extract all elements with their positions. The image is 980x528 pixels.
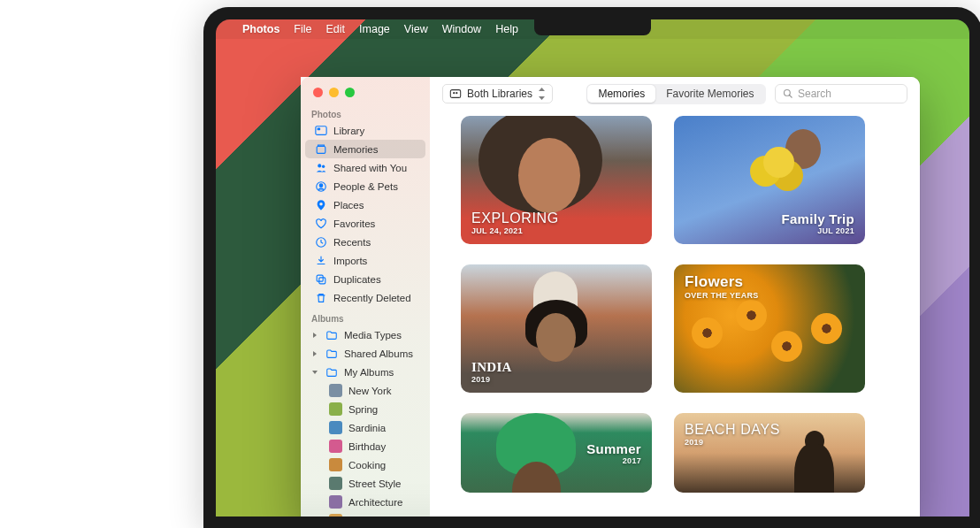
memory-card-family-trip[interactable]: Family Trip JUL 2021 bbox=[674, 116, 865, 244]
svg-rect-10 bbox=[450, 90, 460, 98]
album-thumbnail bbox=[329, 384, 342, 397]
memory-card-beach-days[interactable]: BEACH DAYS 2019 bbox=[674, 413, 865, 493]
chevron-right-icon bbox=[311, 332, 318, 339]
sidebar-item-duplicates[interactable]: Duplicates bbox=[305, 270, 425, 288]
album-thumbnail bbox=[329, 402, 342, 416]
sidebar-item-recents[interactable]: Recents bbox=[305, 233, 425, 251]
photo-element bbox=[771, 331, 802, 362]
memory-card-flowers[interactable]: Flowers OVER THE YEARS bbox=[674, 264, 865, 393]
sidebar-item-places[interactable]: Places bbox=[305, 195, 425, 214]
duplicates-icon bbox=[314, 272, 327, 286]
sidebar-item-label: Places bbox=[333, 200, 364, 210]
pin-icon bbox=[314, 198, 327, 211]
svg-point-3 bbox=[318, 164, 321, 167]
heart-icon bbox=[314, 217, 327, 230]
memories-grid-area: EXPLORING JUL 24, 2021 Family Trip JUL 2… bbox=[430, 111, 920, 517]
fullscreen-button[interactable] bbox=[345, 88, 355, 97]
sidebar-group-media-types[interactable]: Media Types bbox=[305, 325, 425, 344]
sidebar-item-label: Memories bbox=[333, 144, 378, 155]
svg-point-6 bbox=[319, 183, 323, 187]
sidebar-album-new-york[interactable]: New York bbox=[305, 381, 425, 400]
sidebar-item-label: New York bbox=[348, 386, 392, 396]
memory-title: Family Trip bbox=[782, 211, 855, 226]
laptop-bezel: Photos File Edit Image View Window Help … bbox=[203, 7, 980, 528]
shared-library-icon bbox=[449, 88, 462, 100]
sidebar-album-architecture[interactable]: Architecture bbox=[305, 493, 425, 511]
menubar-app-name[interactable]: Photos bbox=[242, 23, 279, 35]
sidebar-album-sardinia[interactable]: Sardinia bbox=[305, 418, 425, 437]
segment-memories[interactable]: Memories bbox=[587, 85, 655, 103]
memory-subtitle: JUL 24, 2021 bbox=[471, 226, 641, 235]
sidebar-item-label: Media Types bbox=[344, 330, 402, 341]
sidebar-item-shared-with-you[interactable]: Shared with You bbox=[305, 158, 425, 177]
sidebar-item-memories[interactable]: Memories bbox=[305, 140, 425, 158]
chevron-right-icon bbox=[311, 350, 318, 357]
sidebar-item-favorites[interactable]: Favorites bbox=[305, 214, 425, 233]
photo-library-icon bbox=[314, 124, 327, 137]
sidebar-group-my-albums[interactable]: My Albums bbox=[305, 363, 425, 381]
memory-card-india[interactable]: INDIA 2019 bbox=[461, 264, 652, 393]
sidebar-item-label: My Albums bbox=[344, 367, 394, 378]
svg-point-11 bbox=[453, 92, 455, 94]
close-button[interactable] bbox=[313, 88, 323, 97]
library-selector[interactable]: Both Libraries bbox=[442, 84, 553, 103]
sidebar-item-recently-deleted[interactable]: Recently Deleted bbox=[305, 288, 425, 307]
trash-icon bbox=[314, 291, 327, 304]
sidebar-item-label: Shared Albums bbox=[344, 348, 413, 359]
import-icon bbox=[314, 254, 327, 267]
content-area: Both Libraries Memories Favorite Memorie… bbox=[430, 77, 920, 517]
album-thumbnail bbox=[329, 421, 342, 434]
sidebar-item-label: Spring bbox=[348, 404, 378, 415]
album-thumbnail bbox=[329, 458, 342, 471]
menubar-item-view[interactable]: View bbox=[404, 23, 428, 35]
memory-subtitle: 2019 bbox=[471, 375, 641, 384]
photo-element bbox=[736, 300, 767, 331]
memory-card-summer[interactable]: Summer 2017 bbox=[461, 413, 652, 493]
menubar-item-image[interactable]: Image bbox=[359, 23, 390, 35]
sidebar-item-label: Los Angeles bbox=[348, 516, 404, 517]
photo-element bbox=[763, 147, 794, 178]
menubar-item-window[interactable]: Window bbox=[442, 23, 481, 35]
menubar-item-edit[interactable]: Edit bbox=[326, 23, 346, 35]
memory-title: Summer bbox=[586, 441, 641, 456]
menubar-item-file[interactable]: File bbox=[294, 23, 311, 35]
photo-element bbox=[518, 138, 580, 213]
sidebar-album-cooking[interactable]: Cooking bbox=[305, 455, 425, 474]
search-input[interactable]: Search bbox=[775, 84, 907, 103]
desktop: Photos File Edit Image View Window Help … bbox=[216, 19, 969, 517]
memory-card-exploring[interactable]: EXPLORING JUL 24, 2021 bbox=[461, 116, 652, 244]
sidebar-album-street-style[interactable]: Street Style bbox=[305, 474, 425, 493]
sidebar-album-birthday[interactable]: Birthday bbox=[305, 437, 425, 455]
folder-icon bbox=[325, 328, 338, 341]
sidebar-item-library[interactable]: Library bbox=[305, 121, 425, 140]
memories-icon bbox=[314, 142, 327, 156]
sidebar: Photos Library Memories Shared with You … bbox=[301, 77, 430, 517]
minimize-button[interactable] bbox=[329, 88, 339, 97]
sidebar-item-people-pets[interactable]: People & Pets bbox=[305, 177, 425, 195]
view-segmented-control: Memories Favorite Memories bbox=[586, 84, 766, 104]
album-thumbnail bbox=[329, 477, 342, 490]
sidebar-item-label: Library bbox=[333, 126, 364, 136]
sidebar-item-imports[interactable]: Imports bbox=[305, 251, 425, 270]
svg-rect-9 bbox=[318, 277, 325, 283]
svg-point-4 bbox=[321, 165, 324, 167]
sidebar-section-albums: Albums bbox=[301, 307, 430, 325]
album-thumbnail bbox=[329, 514, 342, 517]
sidebar-album-los-angeles[interactable]: Los Angeles bbox=[305, 511, 425, 517]
sidebar-group-shared-albums[interactable]: Shared Albums bbox=[305, 344, 425, 363]
sidebar-album-spring[interactable]: Spring bbox=[305, 400, 425, 418]
sidebar-item-label: Shared with You bbox=[333, 163, 407, 173]
sidebar-item-label: Recents bbox=[333, 237, 371, 248]
segment-favorite-memories[interactable]: Favorite Memories bbox=[655, 85, 764, 103]
menubar-item-help[interactable]: Help bbox=[495, 23, 518, 35]
svg-rect-2 bbox=[317, 146, 325, 153]
memories-grid: EXPLORING JUL 24, 2021 Family Trip JUL 2… bbox=[461, 116, 889, 493]
people-icon bbox=[314, 180, 327, 193]
chevron-down-icon bbox=[311, 369, 318, 376]
photos-window: Photos Library Memories Shared with You … bbox=[301, 77, 920, 517]
sidebar-item-label: Street Style bbox=[348, 478, 401, 489]
memory-subtitle: 2017 bbox=[623, 456, 641, 465]
display-notch bbox=[534, 19, 651, 35]
toolbar: Both Libraries Memories Favorite Memorie… bbox=[430, 77, 920, 111]
memory-subtitle: JUL 2021 bbox=[817, 226, 854, 235]
